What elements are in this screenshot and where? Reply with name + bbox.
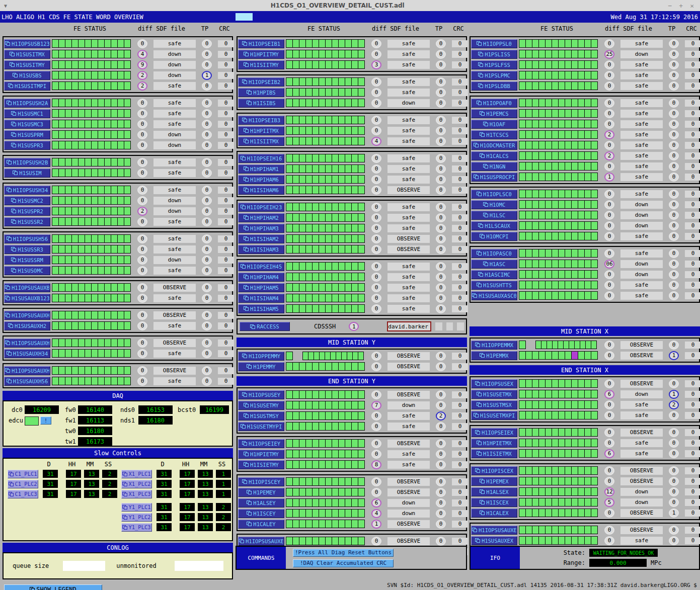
fe-button-h1iopoaf0[interactable]: H1IOPOAF0 (471, 99, 517, 108)
fe-button-h1iopsusauxey[interactable]: H1IOPSUSAUXEY (238, 537, 284, 546)
fe-button-h1iopiscex[interactable]: H1IOPISCEX (471, 466, 517, 475)
fe-button-h1iopseib2[interactable]: H1IOPSEIB2 (238, 77, 284, 87)
fe-button-h1ioppemmx[interactable]: H1IOPPEMMX (471, 341, 517, 350)
fe-button-h1isiham3[interactable]: H1ISIHAM3 (238, 245, 284, 254)
fe-button-h1susetmxpi[interactable]: H1SUSETMXPI (471, 411, 517, 420)
fe-button-h1iopseih23[interactable]: H1IOPSEIH23 (238, 203, 284, 212)
fe-button-h1iopseih45[interactable]: H1IOPSEIH45 (238, 262, 284, 271)
fe-button-h1hpiham1[interactable]: H1HPIHAM1 (238, 164, 284, 174)
fe-button-h1susprm[interactable]: H1SUSPRM (4, 130, 50, 139)
fe-button-h1isiitmx[interactable]: H1ISIITMX (238, 137, 284, 146)
fe-button-h1iopsusauxh2[interactable]: H1IOPSUSAUXH2 (4, 311, 50, 320)
fe-button-h1isiham6[interactable]: H1ISIHAM6 (238, 186, 284, 195)
fe-button-h1susetmx[interactable]: H1SUSETMX (471, 390, 517, 399)
fe-button-h1isiham2[interactable]: H1ISIHAM2 (238, 234, 284, 243)
fe-button-h1sussr2[interactable]: H1SUSSR2 (4, 217, 50, 226)
fe-button-h1iopsusauxb123[interactable]: H1IOPSUSAUXB123 (4, 283, 50, 292)
fe-button-h1pemey[interactable]: H1PEMEY (238, 488, 284, 497)
fe-button-h1hpibs[interactable]: H1HPIBS (238, 88, 284, 97)
plc-button-y1_plc2[interactable]: Y1_PLC2 (121, 513, 152, 522)
fe-button-h1pslpmc[interactable]: H1PSLPMC (471, 71, 517, 80)
fe-button-h1susmc1[interactable]: H1SUSMC1 (4, 109, 50, 118)
fe-button-h1iopsusb123[interactable]: H1IOPSUSB123 (4, 39, 50, 48)
fe-button-h1iopsusauxh34[interactable]: H1IOPSUSAUXH34 (4, 339, 50, 348)
fe-button-h1pemex[interactable]: H1PEMEX (471, 477, 517, 486)
fe-button-h1pemmx[interactable]: H1PEMMX (471, 351, 517, 360)
fe-button-h1isietmy[interactable]: H1ISIETMY (238, 460, 284, 469)
fe-button-h1iopsusey[interactable]: H1IOPSUSEY (238, 390, 284, 399)
plc-button-x1_plc1[interactable]: X1_PLC1 (121, 470, 152, 478)
fe-button-h1hpiitmy[interactable]: H1HPIITMY (238, 50, 284, 59)
fe-button-h1susbs[interactable]: H1SUSBS (4, 71, 50, 80)
fe-button-h1omc[interactable]: H1OMC (471, 200, 517, 209)
fe-button-h1isiham5[interactable]: H1ISIHAM5 (238, 304, 284, 313)
plc-button-c1_plc1[interactable]: C1_PLC1 (8, 470, 38, 478)
window-maximize-button[interactable]: + (679, 2, 683, 10)
fe-button-h1ioppsl0[interactable]: H1IOPPSL0 (471, 39, 517, 48)
fe-button-h1susauxex[interactable]: H1SUSAUXEX (471, 536, 517, 545)
fe-button-h1caley[interactable]: H1CALEY (238, 520, 284, 529)
fe-button-h1sushtts[interactable]: H1SUSHTTS (471, 281, 517, 290)
fe-button-h1susauxasc0[interactable]: H1SUSAUXASC0 (471, 291, 517, 300)
fe-button-h1hpiham3[interactable]: H1HPIHAM3 (238, 224, 284, 233)
fe-button-h1susprocpi[interactable]: H1SUSPROCPI (471, 173, 517, 182)
fe-button-h1iscey[interactable]: H1ISCEY (238, 509, 284, 518)
fe-button-h1iscex[interactable]: H1ISCEX (471, 498, 517, 507)
fe-button-h1suspr2[interactable]: H1SUSPR2 (4, 207, 50, 216)
fe-button-h1hpiham4[interactable]: H1HPIHAM4 (238, 273, 284, 282)
fe-button-h1hpiham6[interactable]: H1HPIHAM6 (238, 175, 284, 184)
raccess-button[interactable]: RACCESS (240, 322, 290, 331)
fe-button-h1iopiscey[interactable]: H1IOPISCEY (238, 477, 284, 486)
show-legend-button[interactable]: SHOW LEGEND (4, 584, 102, 590)
fe-button-h1iopseib3[interactable]: H1IOPSEIB3 (238, 116, 284, 125)
fe-button-h1lscaux[interactable]: H1LSCAUX (471, 221, 517, 230)
fe-button-h1pemcs[interactable]: H1PEMCS (471, 109, 517, 118)
plc-button-y1_plc1[interactable]: Y1_PLC1 (121, 503, 152, 512)
plc-button-c1_plc2[interactable]: C1_PLC2 (8, 480, 38, 488)
fe-button-h1isiham4[interactable]: H1ISIHAM4 (238, 294, 284, 303)
fe-button-h1susauxh34[interactable]: H1SUSAUXH34 (4, 349, 50, 358)
fe-button-h1susomc[interactable]: H1SUSOMC (4, 266, 50, 275)
fe-button-h1hpiham2[interactable]: H1HPIHAM2 (238, 213, 284, 222)
fe-button-h1susetmypi[interactable]: H1SUSETMYPI (238, 422, 284, 431)
fe-button-h1iopseiey[interactable]: H1IOPSEIEY (238, 439, 284, 448)
fe-button-h1iopsush56[interactable]: H1IOPSUSH56 (4, 234, 50, 243)
daq-clear-accumulated-crc-button[interactable]: !DAQ Clear Accumulated CRC (293, 559, 394, 567)
fe-button-h1susitmx[interactable]: H1SUSITMX (4, 50, 50, 59)
fe-button-h1calcs[interactable]: H1CALCS (471, 151, 517, 160)
fe-button-h1susitmpi[interactable]: H1SUSITMPI (4, 81, 50, 91)
fe-button-h1susauxh2[interactable]: H1SUSAUXH2 (4, 321, 50, 330)
fe-button-h1hpietmy[interactable]: H1HPIETMY (238, 450, 284, 459)
fe-button-h1alsex[interactable]: H1ALSEX (471, 487, 517, 496)
fe-button-h1ioppemmy[interactable]: H1IOPPEMMY (238, 352, 284, 361)
fe-button-h1psldbb[interactable]: H1PSLDBB (471, 81, 517, 91)
daq-edcu-alert-button[interactable]: ! (40, 416, 51, 425)
fe-button-h1iopsusauxh56[interactable]: H1IOPSUSAUXH56 (4, 366, 50, 375)
fe-button-h1iopsush2b[interactable]: H1IOPSUSH2B (4, 158, 50, 167)
fe-button-h1tcscs[interactable]: H1TCSCS (471, 130, 517, 139)
plc-button-x1_plc2[interactable]: X1_PLC2 (121, 480, 152, 488)
fe-button-h1hpiitmx[interactable]: H1HPIITMX (238, 126, 284, 135)
fe-button-h1calex[interactable]: H1CALEX (471, 509, 517, 518)
fe-button-h1suspr3[interactable]: H1SUSPR3 (4, 141, 50, 150)
fe-button-h1isiitmy[interactable]: H1ISIITMY (238, 60, 284, 69)
fe-button-h1pslfss[interactable]: H1PSLFSS (471, 60, 517, 69)
fe-button-h1susmc3[interactable]: H1SUSMC3 (4, 120, 50, 129)
fe-button-h1sussr3[interactable]: H1SUSSR3 (4, 245, 50, 254)
fe-button-h1iopsush2a[interactable]: H1IOPSUSH2A (4, 99, 50, 108)
fe-button-h1iopasc0[interactable]: H1IOPASC0 (471, 249, 517, 258)
fe-button-h1iopseih16[interactable]: H1IOPSEIH16 (238, 154, 284, 163)
fe-button-h1ioplsc0[interactable]: H1IOPLSC0 (471, 190, 517, 199)
fe-button-h1sustmsx[interactable]: H1SUSTMSX (471, 400, 517, 409)
fe-button-h1odcmaster[interactable]: H1ODCMASTER (471, 141, 517, 150)
fe-button-h1susauxh56[interactable]: H1SUSAUXH56 (4, 377, 50, 386)
fe-button-h1omcpi[interactable]: H1OMCPI (471, 232, 517, 241)
fe-button-h1iopsusauxex[interactable]: H1IOPSUSAUXEX (471, 526, 517, 535)
fe-button-h1sustmsy[interactable]: H1SUSTMSY (238, 411, 284, 420)
fe-button-h1iopseib1[interactable]: H1IOPSEIB1 (238, 39, 284, 48)
fe-button-h1alsey[interactable]: H1ALSEY (238, 498, 284, 508)
fe-button-h1iopseiex[interactable]: H1IOPSEIEX (471, 428, 517, 437)
plc-button-y1_plc3[interactable]: Y1_PLC3 (121, 523, 152, 532)
fe-button-h1psliss[interactable]: H1PSLISS (471, 50, 517, 59)
fe-button-h1iopsusex[interactable]: H1IOPSUSEX (471, 379, 517, 388)
